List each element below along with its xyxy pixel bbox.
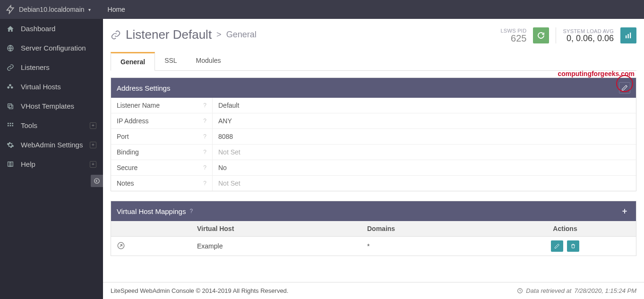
table-header-domains: Domains xyxy=(361,221,494,236)
sidebar-item-label: Server Configuration xyxy=(21,44,86,52)
stat-load-value: 0, 0.06, 0.06 xyxy=(563,34,614,43)
lightning-icon xyxy=(6,5,15,14)
panel-title: Address Settings xyxy=(117,84,170,92)
sidebar-collapse-button[interactable] xyxy=(91,175,103,187)
help-icon[interactable]: ? xyxy=(203,133,206,140)
table-header-vhost: Virtual Host xyxy=(191,221,361,236)
table-header-actions: Actions xyxy=(494,221,636,236)
setting-value: No xyxy=(213,160,636,175)
clock-icon xyxy=(517,288,523,294)
main-content: Listener Default > General LSWS PID 625 … xyxy=(103,19,644,299)
address-settings-panel: Address Settings Listener Name? Default … xyxy=(111,77,636,191)
setting-key: Notes xyxy=(117,179,134,187)
row-actions xyxy=(494,237,636,256)
stat-load: SYSTEM LOAD AVG 0, 0.06, 0.06 xyxy=(563,28,614,43)
svg-rect-3 xyxy=(8,123,9,124)
setting-key: Secure xyxy=(117,164,137,171)
sidebar-item-help[interactable]: Help + xyxy=(0,154,103,174)
sidebar-item-dashboard[interactable]: Dashboard xyxy=(0,19,103,38)
sidebar-item-label: Tools xyxy=(21,121,37,129)
page-title-sub: General xyxy=(226,30,257,40)
svg-point-9 xyxy=(94,179,100,184)
svg-rect-12 xyxy=(630,33,631,38)
panel-header-address: Address Settings xyxy=(111,78,636,98)
sidebar-item-label: Dashboard xyxy=(21,25,55,33)
watermark-text: computingforgeeks.com xyxy=(558,70,635,77)
sidebar-item-listeners[interactable]: Listeners xyxy=(0,58,103,77)
page-title: Listener Default > General xyxy=(111,27,257,42)
help-icon[interactable]: ? xyxy=(189,208,193,214)
setting-key: Port xyxy=(117,133,129,140)
row-delete-button[interactable] xyxy=(567,240,579,252)
setting-row-notes: Notes? Not Set xyxy=(111,176,636,191)
breadcrumb[interactable]: Home xyxy=(108,6,125,13)
footer-retrieved-time: 7/28/2020, 1:15:24 PM xyxy=(574,287,636,294)
footer-retrieved-prefix: Data retrieved at xyxy=(526,287,571,294)
svg-rect-6 xyxy=(8,125,9,126)
setting-value: Default xyxy=(213,98,636,113)
setting-row-port: Port? 8088 xyxy=(111,129,636,145)
stat-pid-value: 625 xyxy=(500,34,526,43)
setting-row-ip-address: IP Address? ANY xyxy=(111,113,636,129)
sidebar-item-server-config[interactable]: Server Configuration xyxy=(0,38,103,58)
hostname-text: Debian10.localdomain xyxy=(19,6,85,13)
grid-icon xyxy=(7,122,15,129)
footer: LiteSpeed WebAdmin Console © 2014-2019 A… xyxy=(103,282,644,299)
help-icon[interactable]: ? xyxy=(203,102,206,109)
row-vhost: Example xyxy=(191,239,361,254)
setting-value: Not Set xyxy=(213,176,636,191)
sidebar-item-label: Help xyxy=(21,160,35,168)
footer-timestamp: Data retrieved at 7/28/2020, 1:15:24 PM xyxy=(517,287,636,294)
help-icon[interactable]: ? xyxy=(203,149,206,155)
gear-icon xyxy=(7,141,15,149)
tab-ssl[interactable]: SSL xyxy=(155,52,186,70)
sidebar-item-tools[interactable]: Tools + xyxy=(0,116,103,135)
svg-rect-11 xyxy=(628,34,629,38)
edit-button[interactable] xyxy=(619,82,630,94)
copy-icon xyxy=(7,103,15,110)
tabs: General SSL Modules xyxy=(111,52,636,71)
help-icon[interactable]: ? xyxy=(203,164,206,171)
sidebar-item-label: VHost Templates xyxy=(21,102,74,110)
sidebar-item-virtual-hosts[interactable]: Virtual Hosts xyxy=(0,77,103,96)
table-header: Virtual Host Domains Actions xyxy=(111,221,636,237)
setting-value: ANY xyxy=(213,113,636,128)
setting-key: IP Address xyxy=(117,117,148,125)
sidebar-item-label: Virtual Hosts xyxy=(21,83,61,91)
svg-rect-10 xyxy=(626,35,627,38)
setting-key: Listener Name xyxy=(117,102,160,109)
restart-button[interactable] xyxy=(533,27,549,43)
row-icon-cell xyxy=(111,238,191,255)
page-title-main: Listener Default xyxy=(126,27,212,42)
svg-rect-5 xyxy=(12,123,13,124)
setting-row-listener-name: Listener Name? Default xyxy=(111,98,636,113)
svg-rect-4 xyxy=(10,123,11,124)
row-edit-button[interactable] xyxy=(551,240,563,252)
help-icon[interactable]: ? xyxy=(203,180,206,187)
stats-chart-button[interactable] xyxy=(620,27,636,43)
divider xyxy=(556,27,556,43)
expand-icon: + xyxy=(90,142,96,148)
stat-pid: LSWS PID 625 xyxy=(500,28,526,43)
row-domains: * xyxy=(361,239,494,254)
tab-modules[interactable]: Modules xyxy=(187,52,231,70)
sidebar-item-label: Listeners xyxy=(21,63,50,71)
add-button[interactable]: + xyxy=(619,205,630,217)
setting-row-secure: Secure? No xyxy=(111,160,636,176)
header-stats: LSWS PID 625 SYSTEM LOAD AVG 0, 0.06, 0.… xyxy=(500,27,636,43)
sidebar-item-webadmin-settings[interactable]: WebAdmin Settings + xyxy=(0,135,103,154)
book-icon xyxy=(7,161,15,168)
hostname-dropdown[interactable]: Debian10.localdomain ▾ xyxy=(6,5,91,14)
sidebar: Dashboard Server Configuration Listeners… xyxy=(0,19,103,299)
panel-header-vhost: Virtual Host Mappings ? + xyxy=(111,201,636,221)
help-icon[interactable]: ? xyxy=(203,118,206,124)
sidebar-item-vhost-templates[interactable]: VHost Templates xyxy=(0,96,103,116)
top-bar: Debian10.localdomain ▾ Home xyxy=(0,0,644,19)
svg-rect-7 xyxy=(10,125,11,126)
tab-general[interactable]: General xyxy=(111,52,155,71)
panel-body: Listener Name? Default IP Address? ANY P… xyxy=(111,98,636,191)
link-icon xyxy=(111,30,121,40)
page-title-separator: > xyxy=(216,30,222,40)
link-icon xyxy=(7,64,15,71)
table-row: Example * xyxy=(111,237,636,256)
